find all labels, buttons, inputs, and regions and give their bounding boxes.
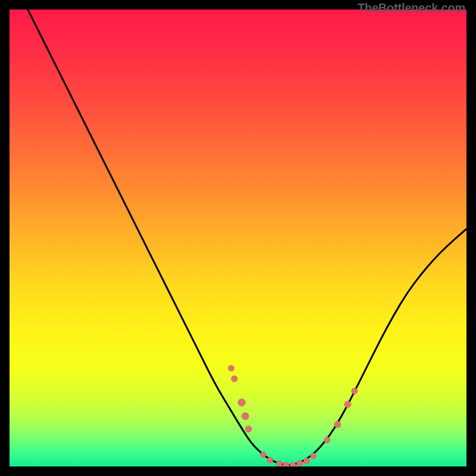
sample-dot bbox=[283, 462, 289, 466]
sample-dot bbox=[311, 453, 317, 459]
sample-dot bbox=[324, 437, 330, 443]
sample-dot bbox=[303, 458, 309, 464]
sample-dot bbox=[267, 457, 273, 463]
sample-dot bbox=[238, 399, 245, 406]
sample-dot bbox=[242, 413, 249, 420]
sample-dot bbox=[296, 460, 302, 466]
chart-canvas bbox=[10, 10, 466, 466]
watermark-text: TheBottleneck.com bbox=[358, 1, 465, 15]
sample-dot bbox=[228, 365, 234, 371]
sample-dot bbox=[334, 421, 341, 428]
sample-dot bbox=[245, 426, 252, 433]
sample-dot bbox=[290, 462, 296, 466]
sample-dot bbox=[345, 401, 351, 408]
gradient-background bbox=[10, 10, 466, 466]
sample-dot bbox=[231, 375, 237, 381]
sample-dot bbox=[260, 452, 266, 458]
plot-area bbox=[10, 10, 466, 466]
sample-dot bbox=[276, 461, 282, 466]
sample-dot bbox=[352, 388, 358, 394]
